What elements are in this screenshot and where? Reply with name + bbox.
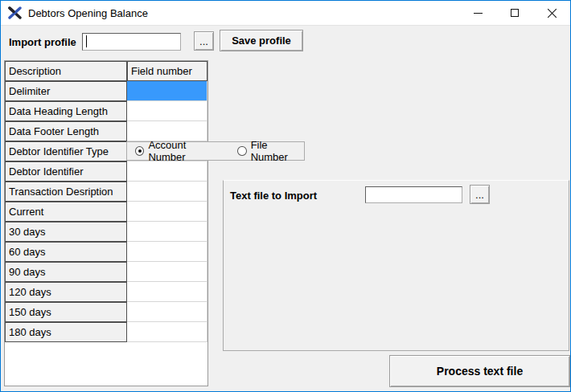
row-label-debtor-identifier-type: Debtor Identifier Type xyxy=(5,141,127,161)
row-label-data-footer-length: Data Footer Length xyxy=(5,121,127,141)
maximize-button[interactable] xyxy=(496,1,533,25)
close-button[interactable] xyxy=(533,1,570,25)
maximize-icon xyxy=(511,9,519,17)
row-label-data-heading-length: Data Heading Length xyxy=(5,101,127,121)
row-label-60-days: 60 days xyxy=(5,242,127,262)
debtor-identifier-type-panel: Account Number File Number xyxy=(126,141,305,161)
table-row: 60 days xyxy=(5,242,207,262)
row-label-delimiter: Delimiter xyxy=(5,81,127,101)
field-cell-60-days[interactable] xyxy=(127,242,207,262)
dialog-window: Debtors Opening Balance Import profile .… xyxy=(0,0,571,392)
grid-header-row: Description Field number xyxy=(5,61,207,81)
row-label-30-days: 30 days xyxy=(5,222,127,242)
field-cell-delimiter[interactable] xyxy=(127,81,207,101)
text-caret xyxy=(86,35,87,47)
text-file-to-import-label: Text file to Import xyxy=(230,190,317,202)
titlebar: Debtors Opening Balance xyxy=(1,1,570,26)
radio-unselected-icon xyxy=(237,146,246,156)
table-row: 120 days xyxy=(5,282,207,302)
row-label-90-days: 90 days xyxy=(5,262,127,282)
minimize-button[interactable] xyxy=(459,1,496,25)
close-icon xyxy=(547,8,557,18)
table-row: Current xyxy=(5,202,207,222)
field-cell-180-days[interactable] xyxy=(127,322,207,342)
table-row: 180 days xyxy=(5,322,207,342)
import-profile-label: Import profile xyxy=(9,36,76,48)
row-label-debtor-identifier: Debtor Identifier xyxy=(5,161,127,182)
field-cell-120-days[interactable] xyxy=(127,282,207,302)
table-row: 90 days xyxy=(5,262,207,282)
field-cell-150-days[interactable] xyxy=(127,302,207,322)
text-file-import-panel: Text file to Import ... xyxy=(223,180,569,351)
table-row: Delimiter xyxy=(5,81,207,101)
row-label-current: Current xyxy=(5,202,127,222)
row-label-150-days: 150 days xyxy=(5,302,127,322)
field-cell-data-heading-length[interactable] xyxy=(127,101,207,121)
field-mapping-grid: Description Field number Delimiter Data … xyxy=(4,60,208,386)
table-row: Transaction Desription xyxy=(5,182,207,202)
radio-file-number-label: File Number xyxy=(251,139,304,163)
field-cell-debtor-identifier[interactable] xyxy=(127,161,207,182)
row-label-120-days: 120 days xyxy=(5,282,127,302)
save-profile-button[interactable]: Save profile xyxy=(220,30,303,51)
process-text-file-button[interactable]: Process text file xyxy=(389,355,570,387)
row-label-180-days: 180 days xyxy=(5,322,127,342)
import-profile-field[interactable] xyxy=(82,33,181,51)
import-profile-browse-button[interactable]: ... xyxy=(194,31,214,51)
radio-file-number[interactable]: File Number xyxy=(237,139,304,163)
field-cell-90-days[interactable] xyxy=(127,262,207,282)
field-cell-30-days[interactable] xyxy=(127,222,207,242)
radio-account-number-label: Account Number xyxy=(148,139,221,163)
text-file-input[interactable] xyxy=(366,187,462,202)
minimize-icon xyxy=(474,13,483,14)
table-row: Debtor Identifier xyxy=(5,161,207,182)
radio-selected-icon xyxy=(135,146,144,156)
text-file-browse-button[interactable]: ... xyxy=(470,185,490,204)
window-title: Debtors Opening Balance xyxy=(28,7,148,19)
field-cell-transaction-desription[interactable] xyxy=(127,182,207,202)
window-controls xyxy=(459,1,570,25)
column-header-field-number: Field number xyxy=(127,61,207,81)
text-file-field[interactable] xyxy=(365,186,462,203)
column-header-description: Description xyxy=(5,61,127,81)
x-logo-icon xyxy=(8,6,22,19)
table-row: Data Heading Length xyxy=(5,101,207,121)
import-profile-input[interactable] xyxy=(83,34,180,50)
row-label-transaction-desription: Transaction Desription xyxy=(5,182,127,202)
table-row: 150 days xyxy=(5,302,207,322)
table-row: 30 days xyxy=(5,222,207,242)
radio-account-number[interactable]: Account Number xyxy=(135,139,221,163)
field-cell-current[interactable] xyxy=(127,202,207,222)
